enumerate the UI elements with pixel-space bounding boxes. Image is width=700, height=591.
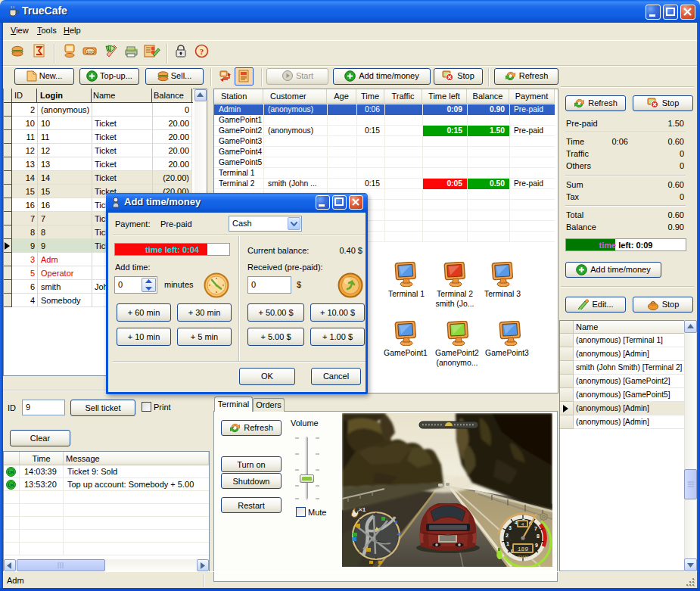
svg-text:7: 7	[534, 526, 537, 531]
svg-text:1: 1	[506, 541, 509, 546]
svg-text:×1: ×1	[359, 506, 366, 513]
svg-text:4: 4	[521, 522, 524, 527]
svg-text:OK: OK	[8, 470, 14, 474]
svg-text:OK: OK	[8, 483, 14, 487]
svg-text:2: 2	[506, 533, 509, 538]
svg-text:9: 9	[535, 543, 538, 548]
svg-text:8: 8	[537, 533, 540, 539]
svg-text:189: 189	[518, 546, 529, 552]
svg-text:KM/H: KM/H	[518, 555, 528, 559]
svg-text:3: 3	[509, 525, 512, 530]
svg-text:100: 100	[86, 50, 95, 54]
svg-text:?: ?	[200, 47, 204, 56]
